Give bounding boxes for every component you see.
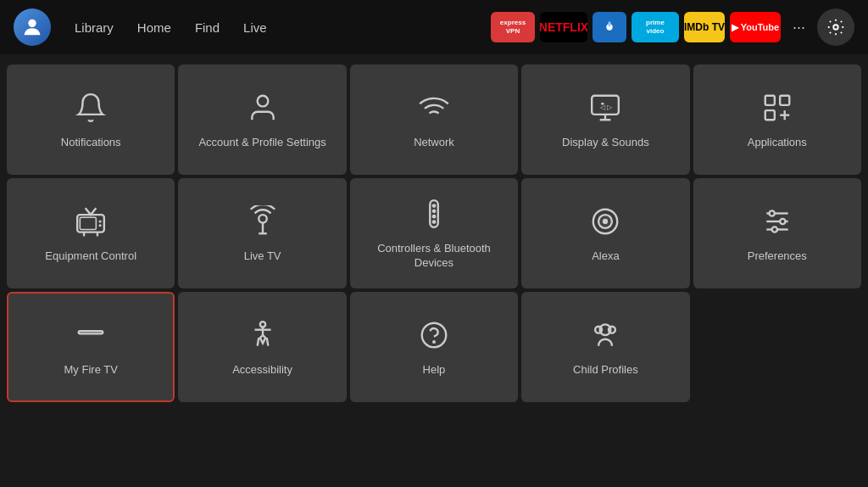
accessibility-icon bbox=[247, 319, 279, 355]
tv-icon bbox=[75, 205, 107, 241]
wifi-icon bbox=[418, 92, 450, 127]
svg-point-0 bbox=[28, 20, 36, 27]
nav-settings-button[interactable] bbox=[817, 8, 854, 46]
app-expressvpn[interactable]: expressVPN bbox=[491, 12, 535, 42]
settings-item-display-sounds[interactable]: ◁ ▷ Display & Sounds bbox=[521, 64, 689, 175]
top-nav: Library Home Find Live expressVPN NETFLI… bbox=[0, 0, 868, 54]
svg-point-21 bbox=[99, 224, 102, 227]
settings-item-network[interactable]: Network bbox=[350, 64, 518, 175]
settings-label-controllers-bluetooth: Controllers & Bluetooth Devices bbox=[357, 242, 511, 271]
settings-item-account-profile[interactable]: Account & Profile Settings bbox=[178, 64, 346, 175]
svg-point-45 bbox=[609, 326, 615, 333]
app-primevideo[interactable]: primevideo bbox=[632, 12, 679, 42]
svg-point-2 bbox=[833, 25, 838, 30]
svg-point-44 bbox=[596, 326, 603, 333]
svg-text:◁ ▷: ◁ ▷ bbox=[600, 103, 613, 110]
nav-find[interactable]: Find bbox=[185, 15, 230, 40]
apps-icon bbox=[761, 92, 793, 127]
app-netflix[interactable]: NETFLIX bbox=[540, 12, 587, 42]
settings-label-child-profiles: Child Profiles bbox=[573, 363, 638, 378]
svg-point-40 bbox=[259, 322, 264, 327]
settings-label-network: Network bbox=[414, 136, 454, 150]
svg-point-41 bbox=[422, 322, 447, 347]
settings-item-applications[interactable]: Applications bbox=[693, 64, 861, 175]
svg-point-36 bbox=[769, 210, 774, 216]
settings-item-my-fire-tv[interactable]: My Fire TV bbox=[7, 292, 175, 402]
alexa-icon bbox=[589, 205, 621, 241]
svg-rect-39 bbox=[79, 331, 103, 333]
svg-rect-13 bbox=[765, 110, 775, 120]
settings-label-display-sounds: Display & Sounds bbox=[562, 136, 649, 150]
nav-apps: expressVPN NETFLIX primevideo IMDb TV ▶ … bbox=[491, 8, 854, 46]
person-icon bbox=[247, 92, 279, 127]
settings-label-accessibility: Accessibility bbox=[232, 363, 292, 378]
app-youtube[interactable]: ▶ YouTube bbox=[730, 12, 781, 42]
bell-icon bbox=[75, 92, 107, 127]
svg-point-32 bbox=[603, 218, 608, 223]
svg-point-37 bbox=[780, 218, 785, 223]
settings-item-equipment-control[interactable]: Equipment Control bbox=[7, 178, 175, 288]
app-imdb[interactable]: IMDb TV bbox=[684, 12, 725, 42]
firetv-device-icon bbox=[75, 319, 107, 355]
settings-label-applications: Applications bbox=[748, 136, 807, 150]
settings-label-notifications: Notifications bbox=[61, 136, 121, 150]
user-avatar[interactable] bbox=[14, 8, 51, 46]
settings-label-help: Help bbox=[423, 363, 446, 378]
svg-rect-19 bbox=[81, 217, 97, 229]
nav-more-button[interactable]: ··· bbox=[786, 15, 812, 40]
settings-item-child-profiles[interactable]: Child Profiles bbox=[521, 292, 689, 402]
svg-point-38 bbox=[771, 227, 776, 232]
svg-rect-12 bbox=[780, 95, 789, 104]
help-icon bbox=[418, 319, 450, 355]
settings-label-live-tv: Live TV bbox=[244, 249, 281, 264]
settings-label-alexa: Alexa bbox=[592, 249, 620, 264]
nav-library[interactable]: Library bbox=[64, 15, 124, 40]
settings-item-controllers-bluetooth[interactable]: Controllers & Bluetooth Devices bbox=[350, 178, 518, 288]
settings-item-notifications[interactable]: Notifications bbox=[7, 64, 175, 175]
settings-item-alexa[interactable]: Alexa bbox=[521, 178, 689, 288]
settings-label-account-profile: Account & Profile Settings bbox=[198, 136, 326, 150]
nav-home[interactable]: Home bbox=[127, 15, 181, 40]
svg-rect-11 bbox=[765, 95, 775, 104]
nav-live[interactable]: Live bbox=[233, 15, 277, 40]
antenna-icon bbox=[247, 205, 279, 241]
app-firetv[interactable] bbox=[593, 12, 626, 42]
settings-item-preferences[interactable]: Preferences bbox=[693, 178, 861, 288]
nav-links: Library Home Find Live bbox=[64, 15, 277, 40]
remote-icon bbox=[418, 198, 450, 233]
svg-point-20 bbox=[99, 220, 102, 222]
svg-point-22 bbox=[259, 215, 267, 223]
settings-label-preferences: Preferences bbox=[748, 249, 807, 264]
settings-label-my-fire-tv: My Fire TV bbox=[64, 363, 118, 378]
settings-item-accessibility[interactable]: Accessibility bbox=[178, 292, 346, 402]
sliders-icon bbox=[761, 205, 793, 241]
settings-label-equipment-control: Equipment Control bbox=[45, 249, 136, 264]
display-icon: ◁ ▷ bbox=[589, 92, 621, 127]
settings-item-live-tv[interactable]: Live TV bbox=[178, 178, 346, 288]
svg-point-3 bbox=[257, 95, 268, 106]
settings-item-help[interactable]: Help bbox=[350, 292, 518, 402]
child-profiles-icon bbox=[589, 319, 621, 355]
settings-grid: Notifications Account & Profile Settings… bbox=[0, 58, 868, 409]
